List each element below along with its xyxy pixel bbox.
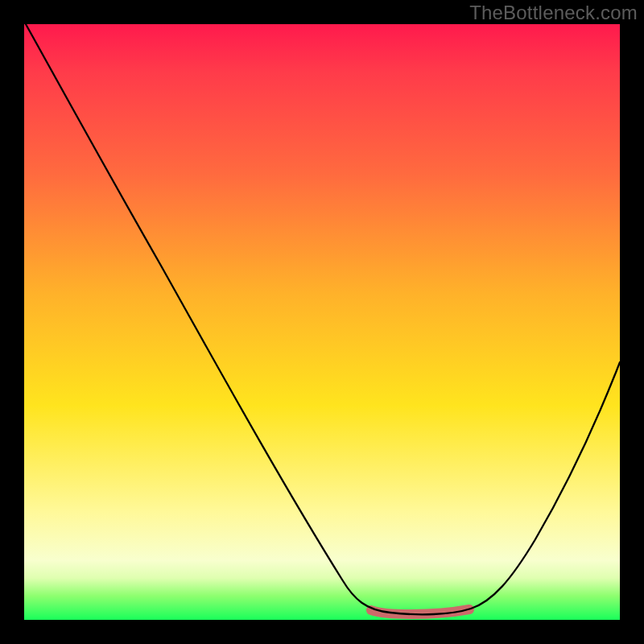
bottleneck-curve [26, 24, 620, 614]
plot-area [24, 24, 620, 620]
watermark-text: TheBottleneck.com [469, 2, 638, 24]
chart-frame: TheBottleneck.com [0, 0, 644, 644]
curve-svg [24, 24, 620, 620]
